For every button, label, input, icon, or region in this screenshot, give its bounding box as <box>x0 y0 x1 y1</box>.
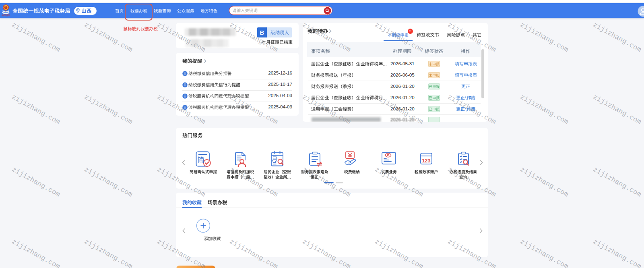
svg-text:123: 123 <box>422 158 430 163</box>
